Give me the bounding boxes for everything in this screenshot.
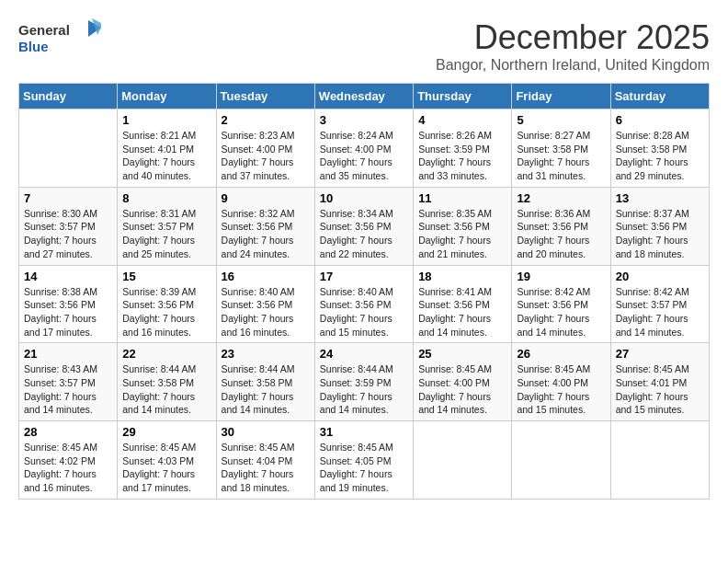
header-row: SundayMondayTuesdayWednesdayThursdayFrid… (19, 84, 710, 109)
cell-info: Sunrise: 8:45 AMSunset: 4:00 PMDaylight:… (517, 363, 590, 415)
cell-info: Sunrise: 8:21 AMSunset: 4:01 PMDaylight:… (122, 130, 196, 181)
calendar-cell: 29 Sunrise: 8:45 AMSunset: 4:03 PMDaylig… (118, 421, 216, 500)
calendar-cell: 15 Sunrise: 8:39 AMSunset: 3:56 PMDaylig… (118, 265, 216, 343)
cell-info: Sunrise: 8:44 AMSunset: 3:58 PMDaylight:… (222, 363, 295, 415)
cell-info: Sunrise: 8:40 AMSunset: 3:56 PMDaylight:… (222, 286, 295, 338)
calendar-cell: 2 Sunrise: 8:23 AMSunset: 4:00 PMDayligh… (216, 109, 314, 188)
day-number: 19 (517, 270, 605, 283)
week-row: 21 Sunrise: 8:43 AMSunset: 3:57 PMDaylig… (19, 343, 710, 421)
day-number: 15 (122, 270, 210, 283)
week-row: 14 Sunrise: 8:38 AMSunset: 3:56 PMDaylig… (19, 265, 710, 343)
day-number: 20 (616, 270, 704, 283)
svg-text:Blue: Blue (18, 39, 49, 54)
calendar-cell: 20 Sunrise: 8:42 AMSunset: 3:57 PMDaylig… (610, 265, 709, 343)
day-number: 13 (616, 191, 704, 205)
week-row: 1 Sunrise: 8:21 AMSunset: 4:01 PMDayligh… (19, 109, 710, 188)
calendar-cell (512, 421, 610, 500)
calendar-cell: 24 Sunrise: 8:44 AMSunset: 3:59 PMDaylig… (314, 343, 413, 421)
cell-info: Sunrise: 8:23 AMSunset: 4:00 PMDaylight:… (222, 130, 295, 181)
day-number: 18 (418, 270, 506, 283)
calendar-cell: 11 Sunrise: 8:35 AMSunset: 3:56 PMDaylig… (414, 187, 512, 265)
day-number: 9 (222, 191, 310, 205)
day-header: Monday (118, 84, 216, 109)
page-header: General Blue December 2025 Bangor, North… (18, 18, 710, 74)
cell-info: Sunrise: 8:28 AMSunset: 3:58 PMDaylight:… (616, 130, 689, 181)
calendar-cell: 17 Sunrise: 8:40 AMSunset: 3:56 PMDaylig… (314, 265, 413, 343)
week-row: 7 Sunrise: 8:30 AMSunset: 3:57 PMDayligh… (19, 187, 710, 265)
day-number: 25 (418, 347, 506, 361)
calendar-cell: 22 Sunrise: 8:44 AMSunset: 3:58 PMDaylig… (118, 343, 216, 421)
day-header: Tuesday (216, 84, 314, 109)
calendar-table: SundayMondayTuesdayWednesdayThursdayFrid… (18, 83, 710, 500)
calendar-cell: 9 Sunrise: 8:32 AMSunset: 3:56 PMDayligh… (216, 187, 314, 265)
day-number: 16 (222, 270, 310, 283)
calendar-cell: 12 Sunrise: 8:36 AMSunset: 3:56 PMDaylig… (512, 187, 610, 265)
cell-info: Sunrise: 8:44 AMSunset: 3:59 PMDaylight:… (320, 363, 393, 415)
day-header: Saturday (610, 84, 709, 109)
day-number: 10 (320, 191, 408, 205)
day-number: 2 (222, 113, 310, 127)
cell-info: Sunrise: 8:38 AMSunset: 3:56 PMDaylight:… (24, 286, 97, 338)
day-number: 28 (24, 425, 112, 439)
day-number: 31 (320, 425, 408, 439)
day-number: 29 (122, 425, 210, 439)
cell-info: Sunrise: 8:26 AMSunset: 3:59 PMDaylight:… (418, 130, 492, 181)
cell-info: Sunrise: 8:35 AMSunset: 3:56 PMDaylight:… (418, 208, 492, 259)
day-number: 21 (24, 347, 112, 361)
calendar-cell: 10 Sunrise: 8:34 AMSunset: 3:56 PMDaylig… (314, 187, 413, 265)
day-number: 1 (122, 113, 210, 127)
day-number: 26 (517, 347, 605, 361)
cell-info: Sunrise: 8:45 AMSunset: 4:02 PMDaylight:… (24, 442, 97, 493)
calendar-cell: 31 Sunrise: 8:45 AMSunset: 4:05 PMDaylig… (314, 421, 413, 500)
day-number: 5 (517, 113, 605, 127)
calendar-cell: 16 Sunrise: 8:40 AMSunset: 3:56 PMDaylig… (216, 265, 314, 343)
cell-info: Sunrise: 8:36 AMSunset: 3:56 PMDaylight:… (517, 208, 590, 259)
calendar-cell: 26 Sunrise: 8:45 AMSunset: 4:00 PMDaylig… (512, 343, 610, 421)
cell-info: Sunrise: 8:42 AMSunset: 3:57 PMDaylight:… (616, 286, 689, 338)
cell-info: Sunrise: 8:24 AMSunset: 4:00 PMDaylight:… (320, 130, 393, 181)
week-row: 28 Sunrise: 8:45 AMSunset: 4:02 PMDaylig… (19, 421, 710, 500)
day-number: 24 (320, 347, 408, 361)
calendar-cell: 21 Sunrise: 8:43 AMSunset: 3:57 PMDaylig… (19, 343, 118, 421)
day-number: 17 (320, 270, 408, 283)
calendar-cell: 18 Sunrise: 8:41 AMSunset: 3:56 PMDaylig… (414, 265, 512, 343)
calendar-cell: 4 Sunrise: 8:26 AMSunset: 3:59 PMDayligh… (414, 109, 512, 188)
location: Bangor, Northern Ireland, United Kingdom (436, 57, 710, 74)
cell-info: Sunrise: 8:34 AMSunset: 3:56 PMDaylight:… (320, 208, 393, 259)
day-number: 4 (418, 113, 506, 127)
cell-info: Sunrise: 8:45 AMSunset: 4:00 PMDaylight:… (418, 363, 492, 415)
calendar-cell: 1 Sunrise: 8:21 AMSunset: 4:01 PMDayligh… (118, 109, 216, 188)
cell-info: Sunrise: 8:27 AMSunset: 3:58 PMDaylight:… (517, 130, 590, 181)
calendar-cell: 3 Sunrise: 8:24 AMSunset: 4:00 PMDayligh… (314, 109, 413, 188)
cell-info: Sunrise: 8:40 AMSunset: 3:56 PMDaylight:… (320, 286, 393, 338)
cell-info: Sunrise: 8:44 AMSunset: 3:58 PMDaylight:… (122, 363, 196, 415)
cell-info: Sunrise: 8:41 AMSunset: 3:56 PMDaylight:… (418, 286, 492, 338)
calendar-cell: 27 Sunrise: 8:45 AMSunset: 4:01 PMDaylig… (610, 343, 709, 421)
calendar-cell: 7 Sunrise: 8:30 AMSunset: 3:57 PMDayligh… (19, 187, 118, 265)
calendar-cell (610, 421, 709, 500)
calendar-cell: 25 Sunrise: 8:45 AMSunset: 4:00 PMDaylig… (414, 343, 512, 421)
day-number: 11 (418, 191, 506, 205)
day-number: 12 (517, 191, 605, 205)
calendar-cell: 13 Sunrise: 8:37 AMSunset: 3:56 PMDaylig… (610, 187, 709, 265)
cell-info: Sunrise: 8:37 AMSunset: 3:56 PMDaylight:… (616, 208, 689, 259)
day-number: 3 (320, 113, 408, 127)
cell-info: Sunrise: 8:30 AMSunset: 3:57 PMDaylight:… (24, 208, 97, 259)
day-header: Wednesday (314, 84, 413, 109)
cell-info: Sunrise: 8:45 AMSunset: 4:03 PMDaylight:… (122, 442, 196, 493)
day-number: 7 (24, 191, 112, 205)
day-number: 27 (616, 347, 704, 361)
cell-info: Sunrise: 8:39 AMSunset: 3:56 PMDaylight:… (122, 286, 196, 338)
calendar-cell: 19 Sunrise: 8:42 AMSunset: 3:56 PMDaylig… (512, 265, 610, 343)
calendar-cell: 14 Sunrise: 8:38 AMSunset: 3:56 PMDaylig… (19, 265, 118, 343)
calendar-cell: 6 Sunrise: 8:28 AMSunset: 3:58 PMDayligh… (610, 109, 709, 188)
cell-info: Sunrise: 8:32 AMSunset: 3:56 PMDaylight:… (222, 208, 295, 259)
calendar-cell (19, 109, 118, 188)
day-header: Friday (512, 84, 610, 109)
day-number: 22 (122, 347, 210, 361)
calendar-cell: 8 Sunrise: 8:31 AMSunset: 3:57 PMDayligh… (118, 187, 216, 265)
day-number: 6 (616, 113, 704, 127)
day-number: 8 (122, 191, 210, 205)
day-number: 14 (24, 270, 112, 283)
calendar-cell: 23 Sunrise: 8:44 AMSunset: 3:58 PMDaylig… (216, 343, 314, 421)
